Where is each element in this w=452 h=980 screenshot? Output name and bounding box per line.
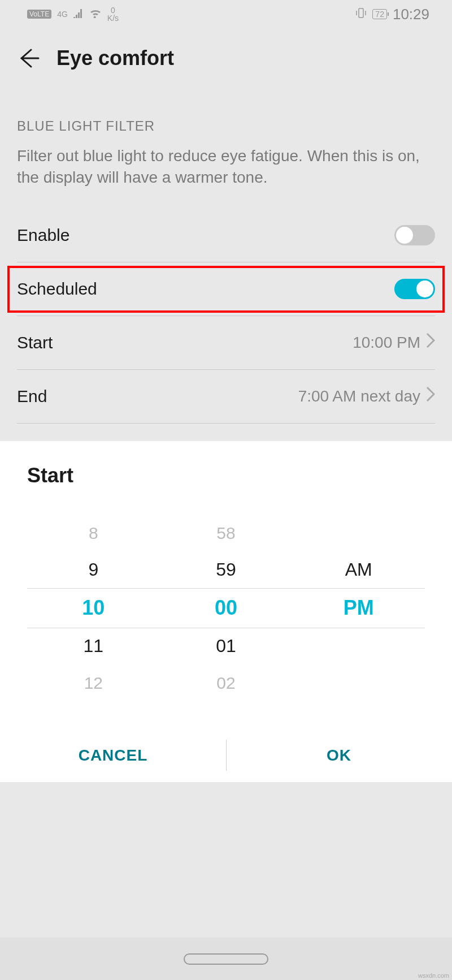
home-pill[interactable] (184, 953, 268, 965)
toggle-knob (416, 280, 433, 297)
wheel-item: 59 (216, 551, 236, 588)
ampm-wheel[interactable]: . AM PM . . (292, 515, 425, 701)
speed-indicator: 0 K/s (107, 6, 119, 22)
nav-bar (0, 938, 452, 980)
chevron-right-icon (426, 386, 435, 406)
start-label: Start (17, 333, 53, 352)
toggle-knob (396, 227, 413, 244)
start-value: 10:00 PM (353, 334, 420, 352)
wifi-icon (89, 8, 102, 21)
wheel-item: 11 (84, 628, 104, 664)
hour-wheel[interactable]: 8 9 10 11 12 (27, 515, 160, 701)
watermark: wsxdn.com (418, 972, 449, 979)
picker-actions: CANCEL OK (0, 728, 452, 782)
wheel-item: 01 (216, 628, 236, 664)
enable-toggle[interactable] (394, 225, 435, 245)
wheel-item: 8 (89, 515, 98, 551)
picker-wheels: 8 9 10 11 12 58 59 00 01 02 . AM PM . . (27, 515, 425, 701)
wheel-item: AM (345, 551, 372, 588)
signal-icon (73, 8, 84, 21)
statusbar-time: 10:29 (393, 6, 429, 23)
vibrate-icon (355, 8, 367, 21)
end-value-group: 7:00 AM next day (298, 386, 435, 406)
chevron-right-icon (426, 333, 435, 352)
wheel-item-selected: 10 (82, 588, 105, 628)
page-title: Eye comfort (56, 46, 174, 70)
svg-rect-0 (359, 8, 363, 18)
content: BLUE LIGHT FILTER Filter out blue light … (0, 88, 452, 424)
end-label: End (17, 387, 47, 406)
status-bar: VoLTE 4G 0 K/s 72 10:29 (0, 0, 452, 28)
enable-label: Enable (17, 226, 69, 245)
network-indicator: 4G (57, 10, 68, 19)
picker-title: Start (0, 464, 452, 515)
section-label: BLUE LIGHT FILTER (17, 88, 435, 145)
status-right: 72 10:29 (355, 6, 429, 23)
back-icon[interactable] (17, 47, 40, 70)
wheel-item: 9 (88, 551, 98, 588)
wheel-item-selected: PM (344, 588, 374, 628)
start-row[interactable]: Start 10:00 PM (17, 316, 435, 370)
scheduled-row[interactable]: Scheduled (17, 262, 435, 316)
minute-wheel[interactable]: 58 59 00 01 02 (160, 515, 293, 701)
end-value: 7:00 AM next day (298, 387, 420, 405)
battery-indicator: 72 (372, 9, 387, 19)
wheel-item: 12 (84, 664, 103, 701)
scheduled-label: Scheduled (17, 279, 97, 299)
wheel-item-selected: 00 (215, 588, 237, 628)
end-row[interactable]: End 7:00 AM next day (17, 370, 435, 424)
time-picker-panel: Start 8 9 10 11 12 58 59 00 01 02 . AM P… (0, 441, 452, 782)
start-value-group: 10:00 PM (353, 333, 435, 352)
cancel-button[interactable]: CANCEL (0, 728, 226, 782)
section-description: Filter out blue light to reduce eye fati… (17, 145, 435, 209)
enable-row[interactable]: Enable (17, 209, 435, 262)
wheel-item: 58 (216, 515, 235, 551)
scheduled-toggle[interactable] (394, 279, 435, 299)
ok-button[interactable]: OK (226, 728, 452, 782)
status-left: VoLTE 4G 0 K/s (27, 6, 119, 22)
header: Eye comfort (0, 28, 452, 88)
wheel-item: 02 (216, 664, 235, 701)
volte-badge: VoLTE (27, 10, 51, 19)
